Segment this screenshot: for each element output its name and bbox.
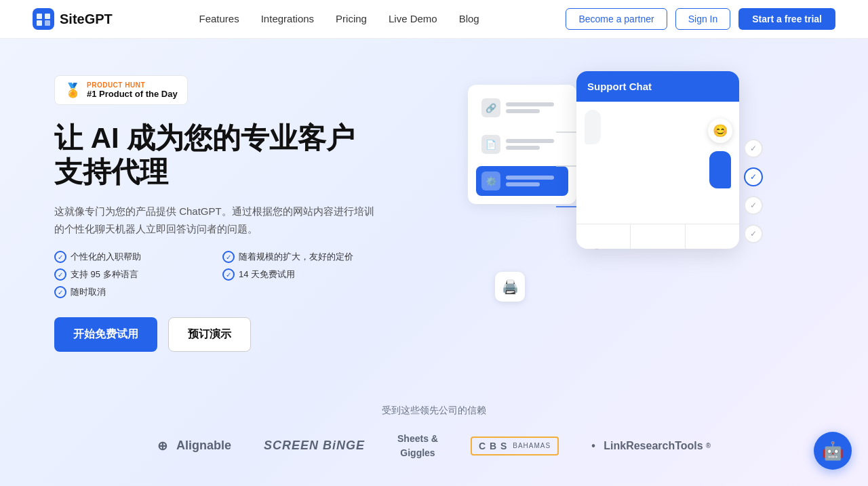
- check-icon-4: ✓: [222, 268, 235, 281]
- chat-ui-illustration: 🔗 📄 ⚙️: [468, 71, 726, 356]
- feature-item-4: ✓ 14 天免费试用: [222, 268, 380, 281]
- hero-illustration: 🔗 📄 ⚙️: [380, 71, 814, 356]
- book-demo-button[interactable]: 预订演示: [168, 317, 251, 352]
- indicator-1: ✓: [744, 139, 763, 158]
- chatbot-icon: 🤖: [822, 441, 844, 462]
- logo-sheets: Sheets & Giggles: [397, 433, 438, 459]
- logo-icon: [33, 8, 54, 30]
- feature-item-2: ✓ 随着规模的扩大，友好的定价: [222, 251, 380, 263]
- settings-icon: ⚙️: [481, 171, 500, 190]
- feature-item-5: ✓ 随时取消: [54, 286, 212, 298]
- indicator-4: ✓: [744, 224, 763, 243]
- file-item-1: 🔗: [476, 93, 568, 123]
- chat-panel: Support Chat: [576, 71, 739, 249]
- logo-link[interactable]: SiteGPT: [33, 8, 113, 30]
- svg-rect-1: [37, 14, 42, 19]
- svg-rect-2: [45, 14, 50, 19]
- nav-pricing[interactable]: Pricing: [336, 13, 367, 24]
- indicator-2-active: ✓: [744, 167, 763, 186]
- hero-content: 🏅 PRODUCT HUNT #1 Product of the Day 让 A…: [54, 75, 380, 352]
- chat-tab-3[interactable]: [686, 224, 739, 249]
- chat-tabs: [576, 224, 739, 249]
- chat-bubble-sent: [709, 151, 731, 188]
- check-icon-2: ✓: [222, 251, 235, 263]
- hero-heading: 让 AI 成为您的专业客户支持代理: [54, 121, 380, 190]
- logo-screenbinge: SCREEN BiNGE: [264, 439, 365, 453]
- logo-text: SiteGPT: [60, 12, 113, 27]
- file-item-2: 📄: [476, 129, 568, 159]
- sign-in-button[interactable]: Sign In: [675, 8, 731, 30]
- nav-actions: Become a partner Sign In Start a free tr…: [566, 8, 835, 30]
- nav-live-demo[interactable]: Live Demo: [389, 13, 437, 24]
- svg-rect-4: [45, 20, 50, 26]
- nav-links: Features Integrations Pricing Live Demo …: [199, 13, 479, 25]
- ph-badge-title: #1 Product of the Day: [87, 89, 178, 99]
- product-hunt-badge: 🏅 PRODUCT HUNT #1 Product of the Day: [54, 75, 188, 105]
- start-free-trial-button[interactable]: 开始免费试用: [54, 317, 157, 352]
- chat-bubble-received: [585, 110, 601, 144]
- logo-lrt: • LinkResearchTools®: [591, 440, 711, 452]
- logo-cbs: C B S BAHAMAS: [471, 437, 559, 455]
- nav-features[interactable]: Features: [199, 13, 239, 24]
- chat-tab-2[interactable]: [631, 224, 685, 249]
- hero-section: 🏅 PRODUCT HUNT #1 Product of the Day 让 A…: [0, 39, 868, 383]
- svg-rect-3: [37, 20, 42, 26]
- doc-icon: 📄: [481, 135, 500, 154]
- start-free-trial-nav-button[interactable]: Start a free trial: [738, 8, 835, 30]
- svg-rect-0: [33, 8, 54, 30]
- feature-item-3: ✓ 支持 95 多种语言: [54, 268, 212, 281]
- chatbot-fab[interactable]: 🤖: [814, 432, 852, 470]
- check-icon-3: ✓: [54, 268, 66, 281]
- logo-alignable: ⊕ Alignable: [157, 439, 231, 453]
- nav-integrations[interactable]: Integrations: [261, 13, 314, 24]
- chat-tab-1[interactable]: [576, 224, 631, 249]
- chat-header: Support Chat: [576, 71, 739, 102]
- navbar: SiteGPT Features Integrations Pricing Li…: [0, 0, 868, 39]
- hero-features: ✓ 个性化的入职帮助 ✓ 随着规模的扩大，友好的定价 ✓ 支持 95 多种语言 …: [54, 251, 380, 298]
- file-panel: 🔗 📄 ⚙️: [468, 85, 576, 204]
- medal-icon: 🏅: [64, 82, 81, 98]
- file-item-3-active: ⚙️: [476, 166, 568, 196]
- side-indicators: ✓ ✓ ✓ ✓: [744, 139, 763, 243]
- link-icon: 🔗: [481, 98, 500, 117]
- emoji-icon: 😊: [708, 119, 732, 143]
- check-icon-5: ✓: [54, 286, 66, 298]
- check-icon-1: ✓: [54, 251, 66, 263]
- trusted-title: 受到这些领先公司的信赖: [0, 405, 868, 417]
- become-partner-button[interactable]: Become a partner: [566, 8, 667, 30]
- logos-row: ⊕ Alignable SCREEN BiNGE Sheets & Giggle…: [0, 433, 868, 459]
- indicator-3: ✓: [744, 196, 763, 215]
- trusted-section: 受到这些领先公司的信赖 ⊕ Alignable SCREEN BiNGE She…: [0, 383, 868, 486]
- hero-subtext: 这就像专门为您的产品提供 ChatGPT。通过根据您的网站内容进行培训的个性化聊…: [54, 203, 380, 237]
- ph-label: PRODUCT HUNT: [87, 81, 178, 89]
- nav-blog[interactable]: Blog: [459, 13, 479, 24]
- feature-item-1: ✓ 个性化的入职帮助: [54, 251, 212, 263]
- hero-buttons: 开始免费试用 预订演示: [54, 317, 380, 352]
- printer-icon: 🖨️: [495, 272, 525, 302]
